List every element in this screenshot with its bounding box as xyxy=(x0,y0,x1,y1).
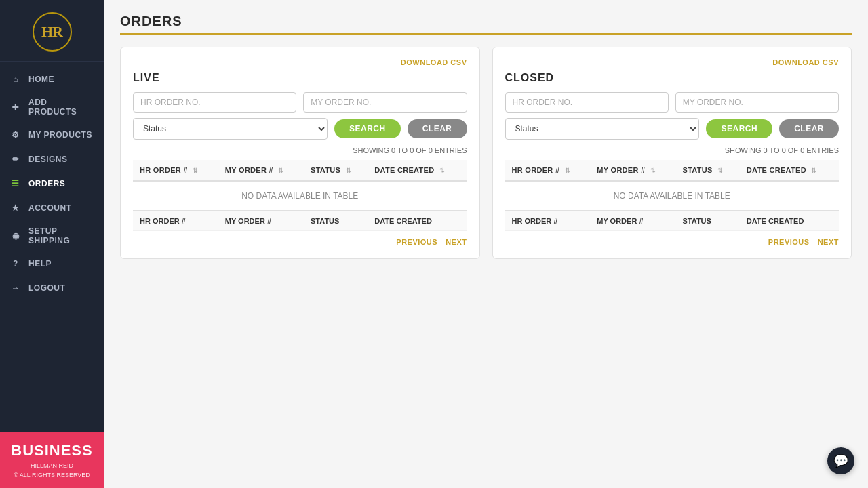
closed-panel-title: CLOSED xyxy=(505,72,840,84)
live-status-select[interactable]: Status xyxy=(133,118,328,140)
closed-next-button[interactable]: NEXT xyxy=(818,238,839,246)
live-col-date-created[interactable]: DATE CREATED ⇅ xyxy=(368,160,467,181)
pencil-icon: ✏ xyxy=(9,153,22,165)
sidebar-item-add-products[interactable]: + ADD PRODUCTS xyxy=(0,92,104,123)
closed-col-hr-order[interactable]: HR ORDER # ⇅ xyxy=(505,160,591,181)
closed-footer-my-order: MY ORDER # xyxy=(590,211,675,231)
closed-search-button[interactable]: SEARCH xyxy=(706,119,772,138)
live-panel-header: DOWNLOAD CSV xyxy=(133,58,467,66)
live-filter-row: Status SEARCH CLEAR xyxy=(133,118,467,140)
live-footer-hr-order: HR ORDER # xyxy=(133,211,218,231)
orders-icon: ☰ xyxy=(9,178,22,190)
live-footer-status: STATUS xyxy=(304,211,368,231)
live-next-button[interactable]: NEXT xyxy=(446,238,467,246)
sidebar-item-help[interactable]: ? HELP xyxy=(0,251,104,276)
shipping-icon: ◉ xyxy=(9,230,22,242)
sidebar-item-my-products[interactable]: ⚙ MY PRODUCTS xyxy=(0,123,104,147)
sort-icon-hr-order: ⇅ xyxy=(193,167,198,174)
closed-filter-row: Status SEARCH CLEAR xyxy=(505,118,840,140)
closed-col-status[interactable]: STATUS ⇅ xyxy=(676,160,740,181)
sort-icon-date-created: ⇅ xyxy=(439,167,445,174)
logo-circle: HR xyxy=(33,12,72,52)
star-icon: ★ xyxy=(9,202,22,214)
live-col-status[interactable]: STATUS ⇅ xyxy=(304,160,368,181)
live-my-order-input[interactable] xyxy=(303,92,467,113)
closed-showing-text: SHOWING 0 TO 0 OF 0 ENTRIES xyxy=(505,146,840,155)
closed-no-data-row: NO DATA AVAILABLE IN TABLE xyxy=(505,181,840,211)
page-title: ORDERS xyxy=(120,14,852,29)
sort-icon-closed-hr-order: ⇅ xyxy=(565,167,570,174)
closed-col-date-created[interactable]: DATE CREATED ⇅ xyxy=(740,160,839,181)
page-divider xyxy=(120,33,852,35)
closed-panel: DOWNLOAD CSV CLOSED Status SEARCH CLEAR … xyxy=(492,47,852,259)
chat-bubble[interactable]: 💬 xyxy=(827,447,854,474)
live-col-my-order[interactable]: MY ORDER # ⇅ xyxy=(218,160,304,181)
orders-grid: DOWNLOAD CSV LIVE Status SEARCH CLEAR SH… xyxy=(120,47,852,259)
closed-table-header-row: HR ORDER # ⇅ MY ORDER # ⇅ STATUS ⇅ DAT xyxy=(505,160,840,181)
logo-text: HR xyxy=(41,23,62,41)
live-search-row xyxy=(133,92,467,113)
live-previous-button[interactable]: PREVIOUS xyxy=(396,238,437,246)
closed-footer-date-created: DATE CREATED xyxy=(740,211,839,231)
sidebar-item-account[interactable]: ★ AcCouNT xyxy=(0,196,104,220)
sidebar-item-label-my-products: MY PRODUCTS xyxy=(28,130,92,140)
home-icon: ⌂ xyxy=(9,73,22,85)
sidebar-item-label-account: AcCouNT xyxy=(28,203,72,213)
sort-icon-my-order: ⇅ xyxy=(278,167,283,174)
sidebar-item-label-logout: LOGOUT xyxy=(28,283,65,293)
chat-icon: 💬 xyxy=(833,453,848,468)
closed-no-data-text: NO DATA AVAILABLE IN TABLE xyxy=(505,181,840,211)
sort-icon-status: ⇅ xyxy=(346,167,351,174)
live-clear-button[interactable]: CLEAR xyxy=(408,119,467,138)
live-col-hr-order[interactable]: HR ORDER # ⇅ xyxy=(133,160,218,181)
closed-download-csv[interactable]: DOWNLOAD CSV xyxy=(772,58,839,66)
closed-table-footer-row: HR ORDER # MY ORDER # STATUS DATE CREATE… xyxy=(505,211,840,231)
live-search-button[interactable]: SEARCH xyxy=(334,119,401,138)
sidebar-item-logout[interactable]: → LOGOUT xyxy=(0,276,104,300)
live-download-csv[interactable]: DOWNLOAD CSV xyxy=(401,58,467,66)
logout-icon: → xyxy=(9,282,22,294)
closed-orders-table: HR ORDER # ⇅ MY ORDER # ⇅ STATUS ⇅ DAT xyxy=(505,160,840,231)
help-icon: ? xyxy=(9,258,22,270)
closed-search-row xyxy=(505,92,840,113)
sidebar-logo: HR xyxy=(0,0,104,62)
live-panel: DOWNLOAD CSV LIVE Status SEARCH CLEAR SH… xyxy=(120,47,480,259)
live-footer-my-order: MY ORDER # xyxy=(218,211,304,231)
live-panel-title: LIVE xyxy=(133,72,467,84)
main-content: ORDERS DOWNLOAD CSV LIVE Status SEARCH C… xyxy=(104,0,868,488)
sort-icon-closed-status: ⇅ xyxy=(717,167,723,174)
closed-footer-hr-order: HR ORDER # xyxy=(505,211,591,231)
sidebar: HR ⌂ HOME + ADD PRODUCTS ⚙ MY PRODUCTS ✏… xyxy=(0,0,104,488)
closed-clear-button[interactable]: CLEAR xyxy=(779,119,839,138)
gear-icon: ⚙ xyxy=(9,129,22,141)
sort-icon-closed-date-created: ⇅ xyxy=(811,167,816,174)
sidebar-item-label-orders: ORDERS xyxy=(28,179,65,188)
live-table-footer-row: HR ORDER # MY ORDER # STATUS DATE CREATE… xyxy=(133,211,467,231)
sidebar-item-setup-shipping[interactable]: ◉ SETUP SHIPPING xyxy=(0,220,104,251)
closed-col-my-order[interactable]: MY ORDER # ⇅ xyxy=(590,160,675,181)
sidebar-item-label-home: HOME xyxy=(28,75,54,84)
closed-pagination: PREVIOUS NEXT xyxy=(505,238,840,246)
sidebar-bottom-company: HILLMAN REID xyxy=(9,462,94,469)
sidebar-item-orders[interactable]: ☰ ORDERS xyxy=(0,171,104,196)
sidebar-item-label-add-products: ADD PRODUCTS xyxy=(28,98,94,117)
closed-my-order-input[interactable] xyxy=(675,92,839,113)
sidebar-nav: ⌂ HOME + ADD PRODUCTS ⚙ MY PRODUCTS ✏ DE… xyxy=(0,62,104,432)
sidebar-item-home[interactable]: ⌂ HOME xyxy=(0,67,104,92)
add-icon: + xyxy=(9,101,22,113)
closed-hr-order-input[interactable] xyxy=(505,92,669,113)
live-no-data-text: NO DATA AVAILABLE IN TABLE xyxy=(133,181,467,211)
sort-icon-closed-my-order: ⇅ xyxy=(650,167,656,174)
closed-footer-status: STATUS xyxy=(676,211,740,231)
sidebar-item-label-setup-shipping: SETUP SHIPPING xyxy=(28,226,94,245)
live-pagination: PREVIOUS NEXT xyxy=(133,238,467,246)
live-hr-order-input[interactable] xyxy=(133,92,296,113)
live-no-data-row: NO DATA AVAILABLE IN TABLE xyxy=(133,181,467,211)
live-orders-table: HR ORDER # ⇅ MY ORDER # ⇅ STATUS ⇅ DAT xyxy=(133,160,467,231)
closed-status-select[interactable]: Status xyxy=(505,118,700,140)
live-showing-text: SHOWING 0 TO 0 OF 0 ENTRIES xyxy=(133,146,467,155)
sidebar-bottom-title: BUSINESS xyxy=(9,442,94,460)
sidebar-item-designs[interactable]: ✏ DESIGNS xyxy=(0,147,104,171)
closed-previous-button[interactable]: PREVIOUS xyxy=(768,238,810,246)
live-table-header-row: HR ORDER # ⇅ MY ORDER # ⇅ STATUS ⇅ DAT xyxy=(133,160,467,181)
